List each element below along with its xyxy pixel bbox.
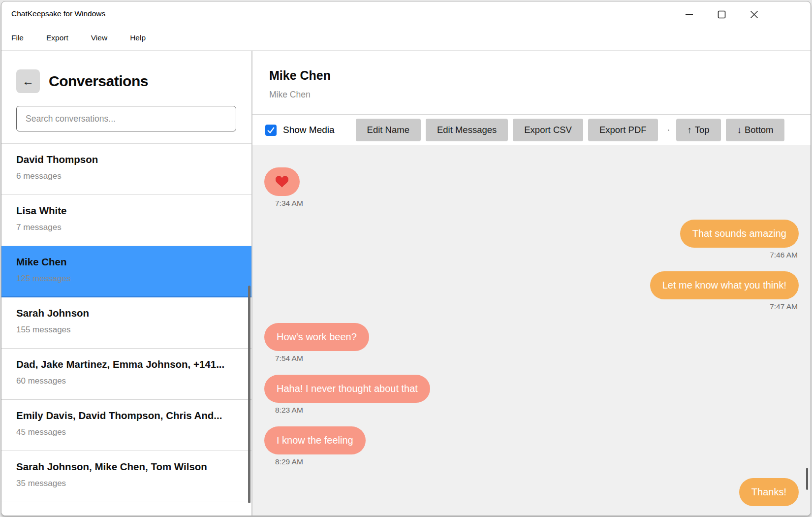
message-timestamp: 7:54 AM	[275, 354, 303, 363]
message-text: Thanks!	[751, 486, 786, 497]
message-bubble: Thanks!	[739, 478, 799, 506]
message-text: Haha! I never thought about that	[277, 383, 418, 394]
message-text: That sounds amazing	[692, 228, 786, 239]
message-timestamp: 7:34 AM	[275, 199, 303, 208]
message-list: 7:34 AM That sounds amazing 7:46 AM Let …	[252, 145, 811, 516]
conversation-count: 60 messages	[16, 376, 237, 386]
message-row: 7:34 AM	[264, 167, 799, 220]
conversation-name: David Thompson	[16, 154, 237, 165]
show-media-checkbox[interactable]	[265, 125, 277, 136]
conversation-name: Emily Davis, David Thompson, Chris And..…	[16, 410, 237, 421]
app-window: ChatKeepsake for Windows File Ex	[1, 1, 811, 516]
export-csv-button[interactable]: Export CSV	[513, 119, 583, 141]
message-text: I know the feeling	[277, 435, 353, 446]
search-wrap	[1, 93, 251, 131]
heart-icon	[276, 176, 288, 188]
conversation-name: Sarah Johnson, Mike Chen, Tom Wilson	[16, 461, 237, 473]
message-bubble: Let me know what you think!	[650, 271, 799, 299]
conversation-item[interactable]: Dad, Jake Martinez, Emma Johnson, +141..…	[1, 349, 251, 400]
sidebar-scrollbar-thumb[interactable]	[248, 286, 250, 503]
scroll-bottom-button[interactable]: ↓Bottom	[726, 119, 785, 141]
message-timestamp: 7:46 AM	[770, 251, 798, 259]
search-input[interactable]	[16, 106, 236, 131]
export-pdf-button[interactable]: Export PDF	[588, 119, 658, 141]
conversation-count: 45 messages	[16, 427, 237, 437]
back-arrow-icon: ←	[22, 74, 34, 88]
toolbar-separator-dot	[668, 129, 669, 131]
message-text: Let me know what you think!	[662, 280, 786, 291]
conversation-name: Sarah Johnson	[16, 307, 237, 319]
message-bubble: That sounds amazing	[680, 220, 799, 248]
edit-messages-button[interactable]: Edit Messages	[426, 119, 508, 141]
up-arrow-icon: ↑	[687, 125, 692, 135]
close-icon	[750, 10, 758, 19]
menu-file[interactable]: File	[11, 31, 24, 45]
conversations-sidebar: ← Conversations David Thompson 6 message…	[1, 51, 251, 516]
main-content: ← Conversations David Thompson 6 message…	[1, 51, 811, 516]
message-row: Haha! I never thought about that 8:23 AM	[264, 375, 799, 426]
conversation-name: Mike Chen	[16, 256, 237, 268]
window-controls	[678, 5, 765, 23]
chat-title: Mike Chen	[269, 68, 811, 83]
conversation-item[interactable]: David Thompson 6 messages	[1, 144, 251, 195]
scroll-top-button[interactable]: ↑Top	[676, 119, 721, 141]
menu-bar: File Export View Help	[1, 25, 811, 51]
message-timestamp: 8:29 AM	[275, 457, 303, 466]
scroll-bottom-label: Bottom	[745, 125, 774, 135]
chat-scrollbar-thumb[interactable]	[806, 468, 809, 490]
menu-export[interactable]: Export	[46, 31, 68, 45]
message-text: How's work been?	[277, 331, 357, 342]
conversation-count: 35 messages	[16, 479, 237, 488]
conversation-name: Lisa White	[16, 205, 237, 217]
conversation-item[interactable]: Emily Davis, David Thompson, Chris And..…	[1, 400, 251, 451]
menu-help[interactable]: Help	[130, 31, 146, 45]
conversation-item[interactable]: Sarah Johnson, Mike Chen, Tom Wilson 35 …	[1, 451, 251, 502]
message-row: Thanks!	[264, 478, 799, 509]
edit-name-button[interactable]: Edit Name	[356, 119, 421, 141]
chat-subtitle: Mike Chen	[269, 90, 811, 100]
conversation-item[interactable]: Sarah Johnson 155 messages	[1, 297, 251, 349]
conversation-item[interactable]: Mike Chen 125 messages	[1, 246, 251, 297]
message-row: Let me know what you think! 7:47 AM	[264, 271, 799, 323]
minimize-button[interactable]	[678, 5, 700, 23]
message-timestamp: 7:47 AM	[770, 302, 798, 311]
message-bubble: Haha! I never thought about that	[264, 375, 430, 403]
minimize-icon	[685, 10, 693, 19]
message-bubble: I know the feeling	[264, 426, 366, 454]
message-bubble: How's work been?	[264, 323, 369, 351]
chat-panel: Mike Chen Mike Chen Show Media Edit Name…	[251, 51, 811, 516]
conversation-count: 155 messages	[16, 325, 237, 335]
title-bar: ChatKeepsake for Windows	[1, 1, 811, 25]
window-title: ChatKeepsake for Windows	[11, 9, 105, 18]
message-timestamp: 8:23 AM	[275, 406, 303, 415]
menu-view[interactable]: View	[91, 31, 107, 45]
maximize-button[interactable]	[710, 5, 733, 23]
sidebar-title: Conversations	[49, 73, 148, 90]
checkmark-icon	[267, 127, 275, 134]
show-media-label[interactable]: Show Media	[283, 125, 335, 135]
conversation-name: Dad, Jake Martinez, Emma Johnson, +141..…	[16, 358, 237, 370]
back-button[interactable]: ←	[16, 69, 40, 93]
message-row: How's work been? 7:54 AM	[264, 323, 799, 375]
message-bubble	[264, 167, 300, 196]
close-button[interactable]	[743, 5, 765, 23]
down-arrow-icon: ↓	[737, 125, 742, 135]
conversation-list: David Thompson 6 messages Lisa White 7 m…	[1, 143, 251, 502]
conversation-item[interactable]: Lisa White 7 messages	[1, 195, 251, 246]
conversation-count: 6 messages	[16, 171, 237, 181]
message-row: I know the feeling 8:29 AM	[264, 426, 799, 478]
conversation-count: 7 messages	[16, 223, 237, 232]
sidebar-header: ← Conversations	[1, 51, 251, 93]
scroll-top-label: Top	[695, 125, 710, 135]
chat-header: Mike Chen Mike Chen	[252, 51, 811, 115]
chat-toolbar: Show Media Edit Name Edit Messages Expor…	[252, 115, 811, 145]
message-row: That sounds amazing 7:46 AM	[264, 220, 799, 271]
maximize-icon	[718, 10, 726, 19]
conversation-count: 125 messages	[16, 274, 237, 284]
